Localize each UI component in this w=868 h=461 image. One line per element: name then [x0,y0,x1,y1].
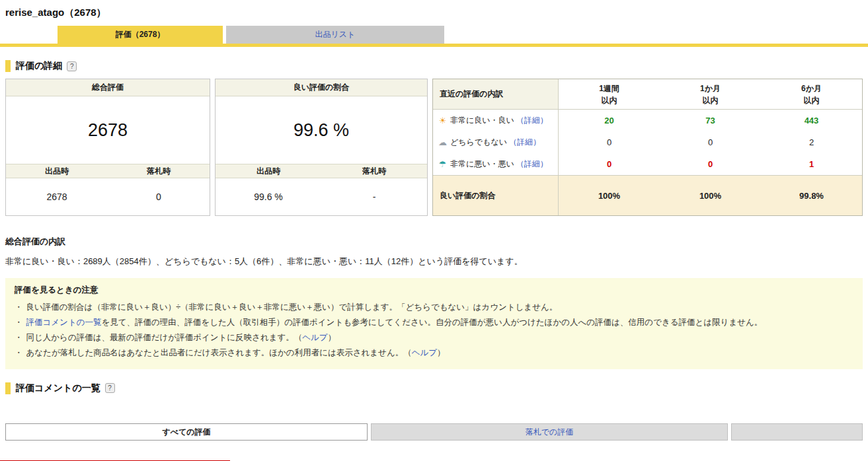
recent-row-neutral: ☁ どちらでもない （詳細） 0 0 2 [433,131,862,153]
row-label: 非常に悪い・悪い [450,159,514,170]
page-title: rerise_atago（2678） [0,0,868,24]
ratio-winning-value: - [321,192,427,202]
section-accent-bar [5,60,11,72]
umbrella-icon: ☂ [437,159,448,169]
col-suffix: 以内 [602,94,617,106]
recent-row-bad: ☂ 非常に悪い・悪い （詳細） 0 0 1 [433,153,862,175]
recent-value-cell: 0 [559,137,660,147]
notes-title: 評価を見るときの注意 [15,285,853,296]
col-head-1month: 1か月 以内 [660,79,761,109]
overall-panel-title: 総合評価 [6,79,210,96]
ratio-panel-title: 良い評価の割合 [216,79,427,96]
col-suffix: 以内 [804,94,820,106]
ratio-subheader-listing: 出品時 [216,164,321,178]
bullet: ・ [15,348,23,357]
overall-subheaders: 出品時 落札時 [6,164,210,178]
rating-panels: 総合評価 2678 出品時 落札時 2678 0 良い評価の割合 99.6 % … [5,79,863,216]
ratio-subvalues: 99.6 % - [216,178,427,215]
recent-value-cell: 1 [761,159,862,169]
bullet: ・ [15,333,23,342]
ratio-listing-value: 99.6 % [216,192,321,202]
note-text: ） [328,333,336,342]
comments-section-header: 評価コメントの一覧 ? [5,382,863,394]
overall-subheader-winning: 落札時 [108,164,210,178]
recent-value-cell: 0 [660,137,761,147]
detail-link-bad[interactable]: （詳細） [516,159,548,170]
col-period: 1週間 [599,83,619,94]
note-text: ） [437,348,446,357]
ratio-subheader-winning: 落札時 [321,164,427,178]
tab-won-ratings[interactable]: 落札での評価 [371,423,728,441]
overall-subvalues: 2678 0 [6,178,210,215]
overall-winning-value: 0 [108,192,210,202]
note-text: を見て、評価の理由、評価をした人（取引相手）の評価ポイントも参考にしてください。… [101,318,762,327]
row-label: 非常に良い・良い [450,115,514,126]
help-icon[interactable]: ? [67,61,77,71]
help-icon[interactable]: ? [105,383,115,393]
recent-ratings-table: 直近の評価の内訳 1週間 以内 1か月 以内 6か月 以内 ☀ 非常に良い・良い [432,79,863,216]
comment-filter-tabs: すべての評価 落札での評価 [5,423,863,441]
recent-footer-row: 良い評価の割合 100% 100% 99.8% [433,175,862,215]
bullet: ・ [15,302,23,312]
col-period: 6か月 [801,83,822,94]
recent-value-cell: 2 [761,137,862,147]
col-head-6month: 6か月 以内 [761,79,862,109]
note-item: ・良い評価の割合は（非常に良い＋良い）÷（非常に良い＋良い＋非常に悪い＋悪い）で… [15,300,853,315]
ratio-subheaders: 出品時 落札時 [216,164,427,178]
note-text: 同じ人からの評価は、最新の評価だけが評価ポイントに反映されます。（ [26,333,303,342]
sun-icon: ☀ [437,116,448,125]
detail-link-good[interactable]: （詳細） [516,115,548,126]
overall-rating-panel: 総合評価 2678 出品時 落札時 2678 0 [5,79,210,216]
note-link-help[interactable]: ヘルプ [302,333,327,342]
footer-value-cell: 100% [660,191,761,201]
recent-header-label: 直近の評価の内訳 [433,79,559,109]
tab-all-ratings[interactable]: すべての評価 [5,423,368,441]
recent-table-header: 直近の評価の内訳 1週間 以内 1か月 以内 6か月 以内 [433,79,862,110]
footer-value-cell: 99.8% [761,191,862,201]
recent-value-cell: 73 [660,116,761,125]
footer-label: 良い評価の割合 [433,176,559,215]
cloud-icon: ☁ [437,137,448,147]
col-suffix: 以内 [703,94,719,106]
note-item: ・あなたが落札した商品名はあなたと出品者にだけ表示されます。ほかの利用者には表示… [15,345,853,361]
note-text: 良い評価の割合は（非常に良い＋良い）÷（非常に良い＋良い＋非常に悪い＋悪い）で計… [26,302,558,312]
bullet: ・ [15,318,23,327]
note-text: あなたが落札した商品名はあなたと出品者にだけ表示されます。ほかの利用者には表示さ… [26,348,412,357]
tab-other-ratings[interactable] [731,423,863,441]
tab-listings[interactable]: 出品リスト [226,26,444,44]
overall-subheader-listing: 出品時 [6,164,108,178]
col-head-1week: 1週間 以内 [559,79,660,109]
breakdown-title: 総合評価の内訳 [5,236,863,248]
note-link-comment-list[interactable]: 評価コメントの一覧 [26,318,102,327]
top-tab-bar: 評価（2678） 出品リスト [0,26,868,47]
good-ratio-value: 99.6 % [216,96,427,164]
recent-value-cell: 443 [761,116,862,125]
recent-value-cell: 0 [660,159,761,169]
col-period: 1か月 [700,83,721,94]
footer-value-cell: 100% [559,191,660,201]
recent-value-cell: 20 [559,116,660,125]
note-link-help[interactable]: ヘルプ [412,348,437,357]
rating-notes-box: 評価を見るときの注意 ・良い評価の割合は（非常に良い＋良い）÷（非常に良い＋良い… [5,278,863,369]
row-label: どちらでもない [450,137,507,148]
rating-detail-title: 評価の詳細 [16,60,62,72]
good-ratio-panel: 良い評価の割合 99.6 % 出品時 落札時 99.6 % - [215,79,428,216]
rating-detail-section-header: 評価の詳細 ? [5,60,863,72]
recent-row-good: ☀ 非常に良い・良い （詳細） 20 73 443 [433,110,862,131]
note-item: ・評価コメントの一覧を見て、評価の理由、評価をした人（取引相手）の評価ポイントも… [15,315,853,330]
recent-value-cell: 0 [559,159,660,169]
note-item: ・同じ人からの評価は、最新の評価だけが評価ポイントに反映されます。（ヘルプ） [15,330,853,345]
tab-rating[interactable]: 評価（2678） [58,26,223,44]
detail-link-neutral[interactable]: （詳細） [509,137,541,148]
overall-listing-value: 2678 [6,192,108,202]
comments-section-title: 評価コメントの一覧 [16,382,100,394]
overall-rating-value: 2678 [6,96,210,164]
breakdown-text: 非常に良い・良い：2689人（2854件）、どちらでもない：5人（6件）、非常に… [5,256,863,267]
section-accent-bar [5,382,11,394]
